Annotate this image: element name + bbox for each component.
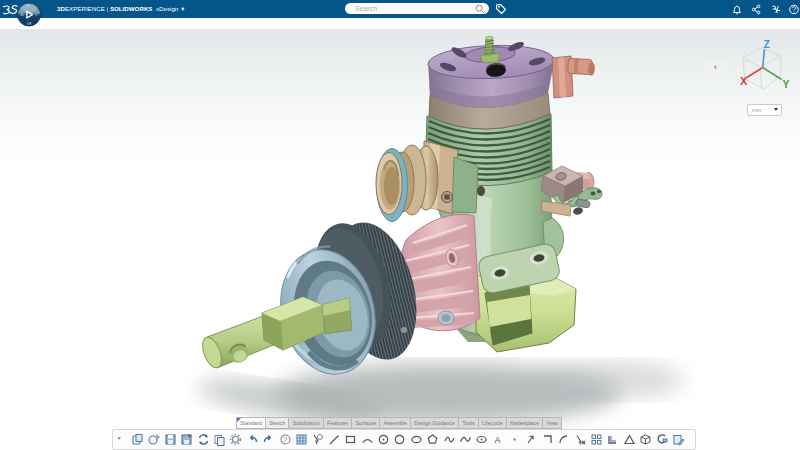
svg-text:X: X — [740, 76, 747, 87]
svg-text:A: A — [494, 435, 500, 445]
svg-text:?: ? — [283, 436, 287, 443]
svg-text:V: V — [35, 13, 37, 17]
svg-text:V.R: V.R — [27, 22, 33, 26]
svg-text:Y: Y — [783, 79, 790, 90]
svg-text:Z: Z — [764, 39, 771, 50]
